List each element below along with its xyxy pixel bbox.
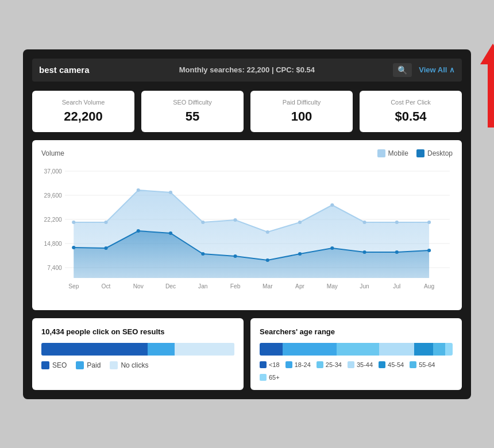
dot bbox=[330, 203, 334, 207]
age-entry-1: 18-24 bbox=[285, 361, 311, 368]
svg-text:Sep: Sep bbox=[68, 283, 79, 289]
age-entry-6: 65+ bbox=[260, 374, 280, 381]
dot bbox=[72, 221, 75, 224]
age-label-5: 55-64 bbox=[419, 361, 435, 368]
age-label-1: 18-24 bbox=[295, 361, 311, 368]
metric-label-3: Cost Per Click bbox=[369, 99, 453, 106]
metric-value-3: $0.54 bbox=[369, 109, 453, 124]
desktop-legend-label: Desktop bbox=[427, 149, 453, 157]
search-button[interactable]: 🔍 bbox=[393, 63, 412, 77]
metric-card-0: Search Volume 22,200 bbox=[32, 91, 134, 132]
seo-bar-segment bbox=[41, 343, 148, 356]
metric-label-0: Search Volume bbox=[41, 99, 125, 106]
age-seg-1 bbox=[283, 343, 337, 356]
arrow-head bbox=[480, 44, 494, 64]
view-all-button[interactable]: View All ∧ bbox=[419, 65, 455, 74]
metric-card-2: Paid Difficulty 100 bbox=[250, 91, 353, 132]
svg-text:14,800: 14,800 bbox=[44, 241, 63, 247]
noclick-legend-label: No clicks bbox=[121, 361, 148, 369]
svg-text:22,200: 22,200 bbox=[44, 217, 63, 223]
noclick-legend: No clicks bbox=[110, 361, 148, 369]
paid-legend-label: Paid bbox=[87, 361, 101, 369]
dot bbox=[137, 229, 140, 233]
search-term: best camera bbox=[39, 65, 90, 75]
dot bbox=[427, 221, 431, 224]
age-card-title: Searchers' age range bbox=[260, 327, 453, 336]
age-box-3 bbox=[348, 361, 354, 368]
main-container: best camera Monthly searches: 22,200 | C… bbox=[23, 49, 471, 399]
noclick-bar-segment bbox=[175, 343, 234, 356]
svg-text:29,600: 29,600 bbox=[44, 192, 63, 199]
age-box-4 bbox=[379, 361, 385, 368]
svg-text:Nov: Nov bbox=[133, 283, 144, 289]
metric-label-1: SEO Difficulty bbox=[150, 99, 234, 106]
dot bbox=[395, 250, 399, 254]
dot bbox=[298, 252, 302, 256]
svg-text:Jan: Jan bbox=[198, 283, 207, 289]
dot bbox=[233, 218, 237, 222]
dot bbox=[233, 254, 237, 258]
legend-mobile: Mobile bbox=[377, 149, 408, 157]
dot bbox=[104, 221, 107, 224]
dot bbox=[169, 191, 172, 194]
age-entry-2: 25-34 bbox=[317, 361, 342, 368]
age-card: Searchers' age range <18 18-24 bbox=[250, 318, 462, 390]
age-seg-5 bbox=[433, 343, 445, 356]
red-arrow bbox=[480, 44, 494, 128]
paid-legend-box bbox=[76, 361, 84, 369]
age-seg-4 bbox=[414, 343, 434, 356]
paid-bar-segment bbox=[148, 343, 175, 356]
svg-text:Jul: Jul bbox=[393, 283, 400, 289]
age-box-0 bbox=[260, 361, 267, 368]
noclick-legend-box bbox=[110, 361, 118, 369]
metric-card-3: Cost Per Click $0.54 bbox=[360, 91, 462, 132]
dot bbox=[201, 221, 204, 224]
chart-title: Volume bbox=[41, 149, 64, 157]
metric-value-0: 22,200 bbox=[41, 109, 125, 124]
dot bbox=[72, 246, 75, 249]
svg-text:37,000: 37,000 bbox=[44, 168, 63, 175]
seo-legend: SEO bbox=[41, 361, 67, 369]
chart-header: Volume Mobile Desktop bbox=[41, 149, 453, 157]
age-box-6 bbox=[260, 374, 267, 381]
svg-text:Jun: Jun bbox=[360, 283, 369, 289]
chart-legend: Mobile Desktop bbox=[377, 149, 453, 157]
chart-svg: 37,000 29,600 22,200 14,800 7,400 bbox=[41, 163, 453, 301]
metric-value-2: 100 bbox=[260, 109, 344, 124]
dot bbox=[201, 252, 204, 256]
age-entry-4: 45-54 bbox=[379, 361, 404, 368]
dot bbox=[169, 231, 172, 235]
age-seg-2 bbox=[337, 343, 379, 356]
age-label-4: 45-54 bbox=[388, 361, 404, 368]
age-legend: <18 18-24 25-34 35-44 45-54 bbox=[260, 361, 453, 381]
mobile-legend-dot bbox=[377, 149, 385, 157]
age-seg-6 bbox=[445, 343, 453, 356]
age-seg-3 bbox=[379, 343, 414, 356]
dot bbox=[363, 221, 366, 224]
metric-label-2: Paid Difficulty bbox=[260, 99, 344, 106]
dot bbox=[395, 221, 399, 224]
svg-text:Oct: Oct bbox=[102, 283, 111, 289]
age-label-3: 35-44 bbox=[357, 361, 373, 368]
clicks-bar bbox=[41, 343, 234, 356]
svg-text:Feb: Feb bbox=[230, 283, 241, 289]
metric-card-1: SEO Difficulty 55 bbox=[141, 91, 244, 132]
age-label-0: <18 bbox=[269, 361, 280, 368]
svg-text:Apr: Apr bbox=[295, 283, 305, 289]
svg-text:7,400: 7,400 bbox=[47, 265, 62, 271]
dot bbox=[137, 188, 140, 192]
arrow-shaft bbox=[488, 64, 494, 128]
age-entry-5: 55-64 bbox=[410, 361, 435, 368]
dot bbox=[298, 221, 302, 224]
bottom-row: 10,434 people click on SEO results SEO P… bbox=[32, 318, 462, 390]
age-label-6: 65+ bbox=[269, 374, 280, 381]
clicks-card: 10,434 people click on SEO results SEO P… bbox=[32, 318, 244, 390]
header-bar: best camera Monthly searches: 22,200 | C… bbox=[32, 59, 462, 82]
desktop-legend-dot bbox=[416, 149, 424, 157]
dot bbox=[266, 258, 269, 262]
age-box-1 bbox=[285, 361, 292, 368]
svg-text:Aug: Aug bbox=[424, 283, 434, 289]
svg-text:Mar: Mar bbox=[263, 283, 273, 289]
age-label-2: 25-34 bbox=[326, 361, 342, 368]
age-seg-0 bbox=[260, 343, 283, 356]
